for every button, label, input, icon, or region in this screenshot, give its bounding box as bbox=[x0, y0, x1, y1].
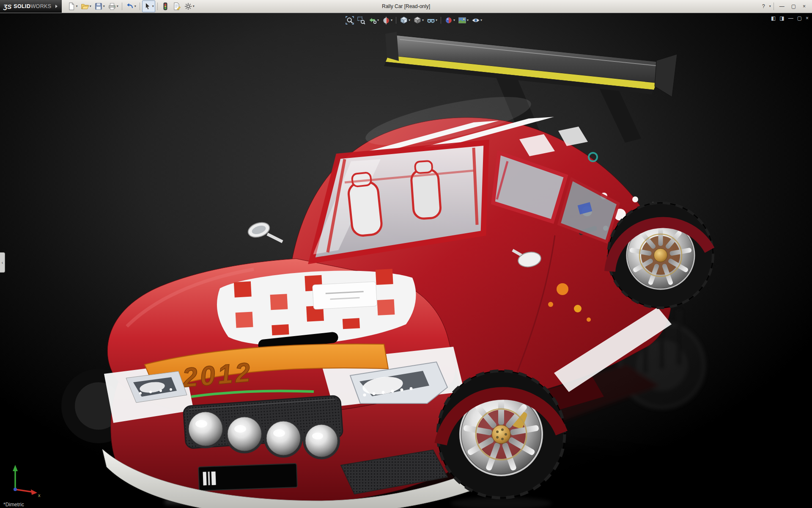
edit-appearance-button[interactable]: ▾ bbox=[444, 14, 456, 26]
logo-expand-icon[interactable] bbox=[55, 5, 58, 8]
print-icon bbox=[108, 2, 116, 11]
dropdown-caret-icon[interactable]: ▾ bbox=[193, 5, 195, 8]
save-floppy-icon bbox=[94, 2, 103, 11]
doc-minimize-button[interactable]: — bbox=[788, 15, 793, 22]
help-caret-icon[interactable]: ▾ bbox=[769, 5, 771, 8]
solidworks-logo-glyph: ƷS bbox=[3, 3, 11, 10]
options-gear-icon bbox=[184, 2, 192, 11]
dropdown-caret-icon[interactable]: ▾ bbox=[467, 19, 469, 22]
toolbar-separator bbox=[140, 3, 140, 10]
zoom-to-fit-icon bbox=[346, 16, 354, 25]
view-settings-button[interactable]: ▾ bbox=[471, 14, 483, 26]
doc-close-button[interactable]: × bbox=[806, 15, 809, 22]
file-properties-icon bbox=[173, 2, 181, 11]
dropdown-caret-icon[interactable]: ▾ bbox=[76, 5, 78, 8]
collapse-arrow-icon: ‹ bbox=[2, 260, 3, 265]
license-plate bbox=[198, 464, 297, 491]
reference-triad: x bbox=[5, 460, 44, 499]
dropdown-caret-icon[interactable]: ▾ bbox=[117, 5, 118, 8]
dropdown-caret-icon[interactable]: ▾ bbox=[436, 19, 437, 22]
solidworks-logo-text: SOLIDWORKS bbox=[14, 3, 51, 9]
toolbar-separator bbox=[122, 3, 122, 10]
z-axis-dot bbox=[14, 488, 17, 491]
featuremanager-collapse-tab[interactable]: ‹ bbox=[0, 252, 5, 273]
heads-up-view-toolbar: ▾ ▾ ▾ ▾ ▾ ▾ ▾ ▾ bbox=[345, 14, 483, 26]
dropdown-caret-icon[interactable]: ▾ bbox=[152, 5, 154, 8]
dropdown-caret-icon[interactable]: ▾ bbox=[134, 5, 136, 8]
display-style-button[interactable]: ▾ bbox=[412, 14, 425, 26]
main-toolbar: ▾ ▾ ▾ ▾ ▾ ▾ ▾ bbox=[62, 0, 196, 12]
toolbar-separator bbox=[441, 17, 441, 24]
document-window-controls: ◧ ◨ — ▢ × bbox=[771, 15, 809, 22]
toolbar-separator bbox=[396, 17, 396, 24]
graphics-area[interactable]: 2012 bbox=[0, 13, 812, 508]
section-view-button[interactable]: ▾ bbox=[381, 14, 393, 26]
previous-view-button[interactable]: ▾ bbox=[368, 14, 380, 26]
glasses-icon bbox=[427, 16, 435, 25]
select-button[interactable]: ▾ bbox=[142, 0, 155, 12]
options-button[interactable]: ▾ bbox=[183, 0, 196, 12]
file-properties-button[interactable] bbox=[171, 0, 182, 12]
minimize-button[interactable]: — bbox=[776, 2, 787, 11]
select-cursor-icon bbox=[143, 2, 152, 11]
dropdown-caret-icon[interactable]: ▾ bbox=[90, 5, 91, 8]
rebuild-button[interactable] bbox=[160, 0, 171, 12]
hide-show-items-button[interactable]: ▾ bbox=[426, 14, 438, 26]
new-document-icon bbox=[67, 2, 76, 11]
dropdown-caret-icon[interactable]: ▾ bbox=[391, 19, 392, 22]
display-style-icon bbox=[413, 16, 422, 25]
dropdown-caret-icon[interactable]: ▾ bbox=[453, 19, 455, 22]
titlebar: ƷS SOLIDWORKS ▾ ▾ ▾ ▾ ▾ ▾ bbox=[0, 0, 812, 13]
zoom-to-area-button[interactable] bbox=[356, 14, 366, 26]
view-orientation-label: *Dimetric bbox=[3, 502, 24, 508]
rally-car-model[interactable]: 2012 bbox=[0, 13, 812, 508]
window-controls: ? ▾ — ▢ × bbox=[759, 2, 812, 11]
view-orientation-icon bbox=[400, 16, 408, 25]
year-decal: 2012 bbox=[181, 356, 254, 393]
dropdown-caret-icon[interactable]: ▾ bbox=[422, 19, 424, 22]
print-button[interactable]: ▾ bbox=[107, 0, 120, 12]
solidworks-logo: ƷS SOLIDWORKS bbox=[0, 0, 62, 13]
x-axis-label: x bbox=[38, 493, 41, 498]
pane-right-icon[interactable]: ◨ bbox=[779, 15, 784, 22]
y-axis-arrow bbox=[13, 465, 18, 471]
new-document-button[interactable]: ▾ bbox=[66, 0, 79, 12]
zoom-to-area-icon bbox=[357, 16, 365, 25]
section-view-icon bbox=[382, 16, 390, 25]
help-button[interactable]: ? bbox=[759, 2, 768, 11]
rebuild-stoplight-icon bbox=[161, 2, 170, 11]
pane-left-icon[interactable]: ◧ bbox=[771, 15, 776, 22]
previous-view-icon bbox=[368, 16, 377, 25]
dropdown-caret-icon[interactable]: ▾ bbox=[103, 5, 105, 8]
x-axis-arrow bbox=[31, 489, 37, 495]
doc-restore-button[interactable]: ▢ bbox=[797, 15, 802, 22]
zoom-to-fit-button[interactable] bbox=[345, 14, 355, 26]
view-orientation-button[interactable]: ▾ bbox=[399, 14, 411, 26]
undo-icon bbox=[126, 2, 134, 11]
maximize-button[interactable]: ▢ bbox=[788, 2, 799, 11]
toolbar-separator bbox=[774, 3, 774, 10]
dropdown-caret-icon[interactable]: ▾ bbox=[480, 19, 482, 22]
toolbar-separator bbox=[157, 3, 158, 10]
appearance-sphere-icon bbox=[444, 16, 453, 25]
dropdown-caret-icon[interactable]: ▾ bbox=[409, 19, 410, 22]
dropdown-caret-icon[interactable]: ▾ bbox=[377, 19, 379, 22]
save-button[interactable]: ▾ bbox=[93, 0, 106, 12]
undo-button[interactable]: ▾ bbox=[124, 0, 137, 12]
open-button[interactable]: ▾ bbox=[80, 0, 93, 12]
close-button[interactable]: × bbox=[800, 2, 809, 11]
left-mirror[interactable] bbox=[246, 220, 283, 242]
open-folder-icon bbox=[81, 2, 89, 11]
eye-icon bbox=[472, 16, 480, 25]
apply-scene-button[interactable]: ▾ bbox=[457, 14, 469, 26]
scene-icon bbox=[458, 16, 466, 25]
